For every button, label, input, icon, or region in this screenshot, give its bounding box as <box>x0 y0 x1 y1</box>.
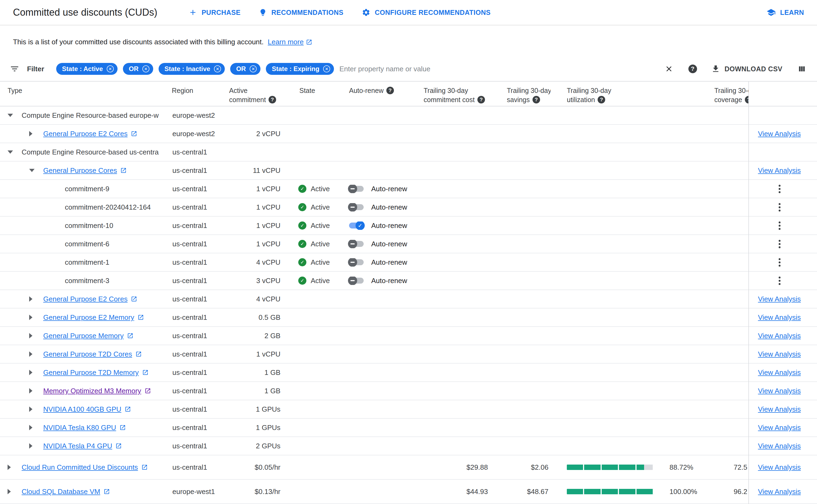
type-link[interactable]: General Purpose E2 Memory <box>43 313 144 322</box>
commitment-cell: 2 GPUs <box>229 442 285 450</box>
auto-renew-toggle[interactable] <box>349 223 364 229</box>
type-link[interactable]: NVIDIA Tesla K80 GPU <box>43 424 126 432</box>
filter-chip[interactable]: State : Inactive <box>159 63 225 75</box>
auto-renew-toggle[interactable] <box>349 241 364 247</box>
region-cell: us-central1 <box>172 424 229 432</box>
expand-arrow-icon[interactable] <box>29 351 43 357</box>
type-link[interactable]: Cloud Run Committed Use Discounts <box>22 463 148 472</box>
type-link[interactable]: NVIDIA Tesla P4 GPU <box>43 442 122 450</box>
state-label: Active <box>311 240 330 248</box>
learn-button[interactable]: LEARN <box>766 8 804 17</box>
view-analysis-link[interactable]: View Analysis <box>758 130 801 138</box>
download-csv-button[interactable]: DOWNLOAD CSV <box>711 64 782 73</box>
type-link[interactable]: General Purpose T2D Memory <box>43 368 149 377</box>
auto-renew-toggle[interactable] <box>349 259 364 265</box>
expand-arrow-icon[interactable] <box>29 370 43 375</box>
type-link[interactable]: General Purpose Cores <box>43 166 127 175</box>
row-menu-button[interactable] <box>776 237 783 251</box>
action-cell <box>748 235 817 253</box>
type-cell: Cloud Run Committed Use Discounts <box>0 463 172 472</box>
row-menu-button[interactable] <box>776 274 783 288</box>
col-type: Type <box>0 86 172 95</box>
coverage-cell: 72.5 <box>714 463 748 472</box>
type-label: commitment-9 <box>65 185 109 193</box>
help-icon[interactable] <box>745 96 748 103</box>
utilization-cell: 88.72% <box>551 463 714 472</box>
view-analysis-link[interactable]: View Analysis <box>758 463 801 472</box>
auto-renew-toggle[interactable] <box>349 278 364 284</box>
view-analysis-link[interactable]: View Analysis <box>758 332 801 340</box>
table-row: commitment-9 us-central1 1 vCPU Active A… <box>0 180 817 198</box>
view-analysis-link[interactable]: View Analysis <box>758 313 801 322</box>
filter-input[interactable] <box>339 65 654 73</box>
help-icon[interactable] <box>269 96 276 103</box>
row-menu-button[interactable] <box>776 200 783 214</box>
type-link[interactable]: NVIDIA A100 40GB GPU <box>43 405 131 414</box>
type-cell: General Purpose T2D Memory <box>0 368 172 377</box>
type-link[interactable]: General Purpose T2D Cores <box>43 350 142 358</box>
expand-arrow-icon[interactable] <box>29 443 43 449</box>
help-icon[interactable] <box>533 96 540 103</box>
collapse-arrow-icon[interactable] <box>29 169 43 172</box>
learn-more-link[interactable]: Learn more <box>268 38 312 46</box>
type-label: commitment-6 <box>65 240 109 248</box>
filter-chip[interactable]: State : Expiring <box>266 63 334 75</box>
view-analysis-link[interactable]: View Analysis <box>758 405 801 414</box>
chip-close-icon[interactable] <box>250 65 257 72</box>
filter-chip[interactable]: OR <box>123 63 153 75</box>
view-analysis-link[interactable]: View Analysis <box>758 350 801 358</box>
auto-renew-toggle[interactable] <box>349 204 364 210</box>
commitment-cell: 2 GB <box>229 332 285 340</box>
type-cell: NVIDIA Tesla K80 GPU <box>0 424 172 432</box>
utilization-value: 88.72% <box>669 463 693 472</box>
expand-arrow-icon[interactable] <box>29 388 43 394</box>
expand-arrow-icon[interactable] <box>29 131 43 136</box>
type-label: commitment-20240412-164 <box>65 203 151 211</box>
view-analysis-link[interactable]: View Analysis <box>758 488 801 496</box>
configure-recommendations-button[interactable]: CONFIGURE RECOMMENDATIONS <box>362 8 491 17</box>
action-cell: View Analysis <box>748 162 817 179</box>
expand-arrow-icon[interactable] <box>29 315 43 320</box>
collapse-arrow-icon[interactable] <box>8 150 22 154</box>
region-cell: us-central1 <box>172 313 229 322</box>
clear-filters-button[interactable] <box>664 63 674 74</box>
expand-arrow-icon[interactable] <box>29 333 43 338</box>
type-link[interactable]: General Purpose Memory <box>43 332 133 340</box>
filter-help-icon[interactable] <box>688 65 697 73</box>
type-link[interactable]: General Purpose E2 Cores <box>43 130 137 138</box>
help-icon[interactable] <box>477 96 485 103</box>
view-analysis-link[interactable]: View Analysis <box>758 295 801 303</box>
chip-close-icon[interactable] <box>214 65 221 72</box>
type-link[interactable]: Cloud SQL Database VM <box>22 488 110 496</box>
chip-close-icon[interactable] <box>323 65 330 72</box>
expand-arrow-icon[interactable] <box>8 465 22 470</box>
expand-arrow-icon[interactable] <box>29 406 43 412</box>
commitment-cell: $0.13/hr <box>229 488 285 496</box>
chip-close-icon[interactable] <box>142 65 149 72</box>
chip-close-icon[interactable] <box>107 65 114 72</box>
view-analysis-link[interactable]: View Analysis <box>758 368 801 377</box>
filter-chip[interactable]: State : Active <box>56 63 118 75</box>
type-link[interactable]: Memory Optimized M3 Memory <box>43 387 151 395</box>
collapse-arrow-icon[interactable] <box>8 114 22 117</box>
help-icon[interactable] <box>386 87 394 94</box>
view-analysis-link[interactable]: View Analysis <box>758 166 801 175</box>
view-analysis-link[interactable]: View Analysis <box>758 424 801 432</box>
view-analysis-link[interactable]: View Analysis <box>758 387 801 395</box>
type-cell: General Purpose Cores <box>0 166 172 175</box>
filter-chip[interactable]: OR <box>230 63 260 75</box>
view-analysis-link[interactable]: View Analysis <box>758 442 801 450</box>
row-menu-button[interactable] <box>776 219 783 233</box>
row-menu-button[interactable] <box>776 256 783 269</box>
type-link[interactable]: General Purpose E2 Cores <box>43 295 137 303</box>
help-icon[interactable] <box>598 96 605 103</box>
auto-renew-toggle[interactable] <box>349 186 364 192</box>
expand-arrow-icon[interactable] <box>29 296 43 302</box>
recommendations-button[interactable]: RECOMMENDATIONS <box>259 8 343 16</box>
expand-arrow-icon[interactable] <box>8 489 22 494</box>
active-check-icon <box>298 258 306 266</box>
expand-arrow-icon[interactable] <box>29 425 43 430</box>
purchase-button[interactable]: PURCHASE <box>189 8 240 17</box>
row-menu-button[interactable] <box>776 182 783 196</box>
column-display-button[interactable] <box>796 63 807 74</box>
